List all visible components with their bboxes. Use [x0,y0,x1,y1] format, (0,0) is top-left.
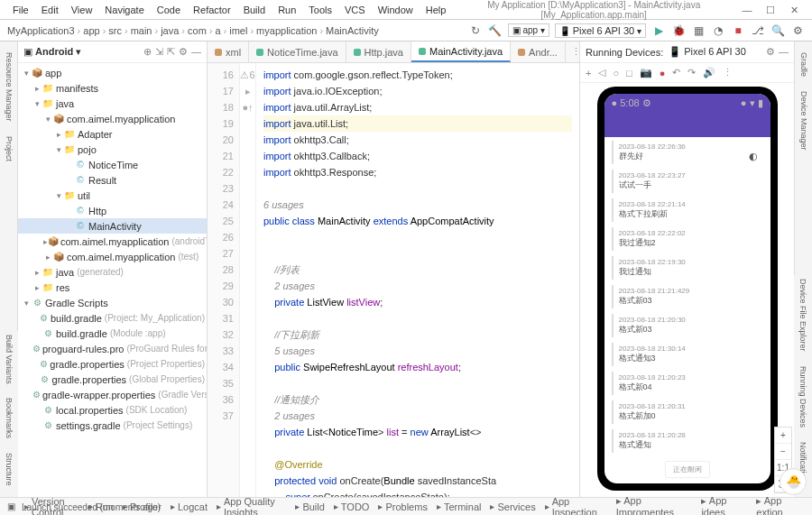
phone-list-item[interactable]: 2023-08-18 21:20:23 格式新04 [612,372,763,395]
volume-icon[interactable]: 🔊 [703,67,715,78]
chevron-icon[interactable]: ▸ [32,283,42,292]
rotate-right-icon[interactable]: ↷ [687,67,696,78]
tree-node[interactable]: ▾ 📁 java [18,96,207,111]
expand-icon[interactable]: ⇲ [155,46,163,58]
tree-node[interactable]: ▾ 📁 pojo [18,142,207,157]
menu-view[interactable]: View [66,3,98,17]
statusbar-logcat[interactable]: ▸Logcat [171,496,208,516]
tree-node[interactable]: ▾ ⚙ Gradle Scripts [18,295,207,310]
tree-node[interactable]: ▸ 📁 manifests [18,80,207,96]
phone-list-item[interactable]: 2023-08-18 22:23:27 试试一手 [612,170,763,193]
chevron-icon[interactable]: ▾ [22,69,31,78]
tool-window-icon[interactable]: ▣ [7,501,15,511]
chevron-icon[interactable]: ▸ [54,130,63,139]
run-button[interactable]: ▶ [651,23,666,38]
breadcrumb-item[interactable]: imel [229,25,247,36]
close-button[interactable]: ✕ [783,2,805,18]
stop-button[interactable]: ■ [731,23,745,38]
debug-button[interactable]: 🐞 [671,23,686,38]
breadcrumb-item[interactable]: myapplication [256,25,317,36]
rail-project[interactable]: Project [5,133,14,165]
menu-vcs[interactable]: VCS [339,3,371,17]
settings-icon[interactable]: ⚙ [766,46,775,58]
rail-device-file-explorer[interactable]: Device File Explorer [798,275,807,355]
sync-icon[interactable]: ↻ [468,23,483,38]
assistant-avatar[interactable]: 🐣 [780,468,807,495]
tree-node[interactable]: ⚙ proguard-rules.pro (ProGuard Rules for… [18,341,207,356]
coverage-button[interactable]: ▦ [691,23,706,38]
statusbar-terminal[interactable]: ▸Terminal [437,496,482,516]
search-icon[interactable]: 🔍 [770,23,785,38]
tree-node[interactable]: ▸ 📦 com.aimel.myapplication (test) [18,249,207,264]
settings-icon[interactable]: ⚙ [790,23,805,38]
tree-node[interactable]: © Http [18,203,207,218]
editor-tab[interactable]: Http.java [346,41,411,62]
tree-node[interactable]: ⚙ gradle-wrapper.properties (Gradle Vers… [18,387,207,402]
phone-list-item[interactable]: 2023-08-18 21:20:31 格式新加0 [612,400,763,424]
tree-node[interactable]: ⚙ build.gradle (Module :app) [18,326,207,341]
more-icon[interactable]: ⋮ [723,67,733,78]
statusbar-services[interactable]: ▸Services [490,496,535,516]
statusbar-build[interactable]: ▸Build [295,496,324,516]
chevron-icon[interactable]: ▸ [43,253,52,262]
emulator-frame[interactable]: ● 5:08 ⚙ ●▾▮ 2023-08-18 22:26:36 群先好 ◐ 2… [597,87,778,491]
line-gutter[interactable]: 1617181920212223242526272829303132333435… [208,63,240,497]
chevron-icon[interactable]: ▾ [54,145,63,154]
statusbar-app-inspection[interactable]: ▸App Inspection [545,496,598,516]
breadcrumb-item[interactable]: a [215,25,220,36]
profile-button[interactable]: ◔ [711,23,725,38]
phone-list-item[interactable]: 2023-08-18 21:20:28 格式通知 [612,429,763,453]
menu-build[interactable]: Build [238,3,271,17]
statusbar-app-idees[interactable]: ▸ App idees [701,495,747,515]
breadcrumb-item[interactable]: MainActivity [326,25,379,36]
tree-node[interactable]: ▸ 📁 java (generated) [18,264,207,280]
phone-list-item[interactable]: 2023-08-18 22:26:36 群先好 ◐ [612,141,763,164]
breadcrumb-item[interactable]: src [108,25,122,36]
device-selector[interactable]: 📱 Pixel 6 API 30 ▾ [555,23,646,38]
breadcrumb-item[interactable]: main [131,25,152,36]
tree-node[interactable]: ⚙ settings.gradle (Project Settings) [18,418,207,433]
select-opened-icon[interactable]: ⊕ [143,46,152,58]
menu-file[interactable]: File [7,3,34,17]
hammer-icon[interactable]: 🔨 [488,23,503,38]
breadcrumb-item[interactable]: com [188,25,207,36]
menu-run[interactable]: Run [272,3,301,17]
recents-icon[interactable]: □ [626,68,632,78]
chevron-icon[interactable]: ▾ [54,191,63,200]
rail-resource-manager[interactable]: Resource Manager [5,49,14,125]
rotate-left-icon[interactable]: ↶ [672,67,680,78]
collapse-icon[interactable]: ⇱ [167,46,175,58]
chevron-icon[interactable]: ▾ [22,299,31,308]
git-icon[interactable]: ⎇ [751,23,765,38]
rail-build-variants[interactable]: Build Variants [5,331,14,388]
menu-tools[interactable]: Tools [303,3,337,17]
home-icon[interactable]: ○ [613,68,619,78]
maximize-button[interactable]: ☐ [760,2,781,18]
chevron-icon[interactable]: ▸ [32,268,42,277]
tree-node[interactable]: ⚙ gradle.properties (Global Properties) [18,372,207,387]
editor-tab[interactable]: xml [208,41,249,62]
phone-list-item[interactable]: 2023-08-18 22:19:30 我过通知 [612,256,763,280]
phone-list-item[interactable]: 2023-08-18 21:20:30 格式新03 [612,314,763,337]
breadcrumb-item[interactable]: MyApplication3 [7,25,75,36]
project-tree[interactable]: ▾ 📦 app ▸ 📁 manifests ▾ 📁 java ▾ 📦 com.a… [18,63,207,497]
zoom-in-button[interactable]: + [775,428,791,444]
editor-tab[interactable]: Andr... [511,41,566,62]
tree-node[interactable]: © NoticeTime [18,157,207,172]
tree-node[interactable]: ⚙ local.properties (SDK Location) [18,402,207,418]
minimize-button[interactable]: — [736,2,758,18]
statusbar-app-impromentes[interactable]: ▸ App Impromentes [616,495,693,515]
statusbar-app-extion[interactable]: ▸ App extion [756,495,805,515]
menu-help[interactable]: Help [420,3,452,17]
tree-node[interactable]: ▾ 📦 app [18,65,207,80]
tree-node[interactable]: ▸ 📦 com.aimel.myapplication (androidTest… [18,234,207,249]
editor-tab[interactable]: MainActivity.java [411,41,511,62]
breadcrumb[interactable]: MyApplication3›app›src›main›java›com›a›i… [7,25,379,36]
running-device-tab[interactable]: 📱 Pixel 6 API 30 [669,46,746,58]
tree-node[interactable]: ▸ 📁 res [18,280,207,295]
chevron-icon[interactable]: ▾ [43,115,52,124]
phone-list-item[interactable]: 2023-08-18 21:30:14 格式通知3 [612,343,763,366]
rail-running-devices[interactable]: Running Devices [798,363,807,431]
chevron-icon[interactable]: ▾ [32,99,42,108]
rail-structure[interactable]: Structure [5,449,14,490]
